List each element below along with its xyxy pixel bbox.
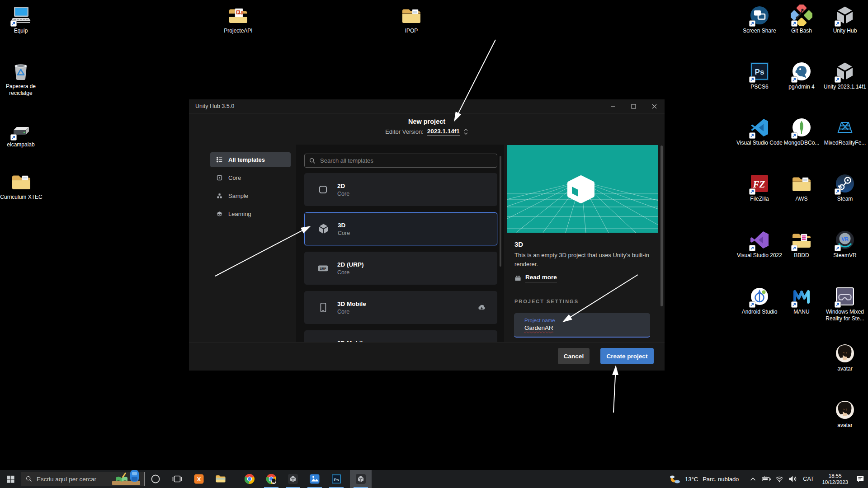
notification-center-icon[interactable] (853, 470, 868, 488)
taskbar-cortana[interactable] (145, 470, 166, 488)
template-search[interactable] (304, 154, 497, 168)
weather-icon[interactable] (667, 470, 682, 488)
desktop-icon-label: Equip (0, 28, 44, 34)
desktop-icon-bbdd[interactable]: BBDD (778, 229, 825, 259)
minimize-button[interactable] (602, 99, 623, 113)
desktop-icon-label: Curriculum XTEC (0, 194, 45, 201)
desktop-icon-unity-hub[interactable]: Unity Hub (821, 5, 868, 34)
desktop-icon-elcampalab[interactable]: elcampalab (0, 118, 44, 148)
annotation-arrow-create-project (613, 367, 616, 413)
desktop-icon-label: Android Studio (736, 309, 783, 315)
taskbar-chrome-profile[interactable] (260, 470, 282, 488)
taskbar-file-explorer[interactable] (210, 470, 231, 488)
desktop-icon-steamvr[interactable]: VRSteamVR (821, 229, 868, 259)
avatar-icon (834, 399, 856, 421)
sidebar-item-sample[interactable]: Sample (210, 188, 291, 203)
taskbar-photos[interactable] (304, 470, 326, 488)
unity-icon (834, 5, 856, 26)
shortcut-arrow-icon (749, 76, 755, 83)
desktop-icon-manu[interactable]: MANU (778, 286, 825, 315)
template-card-2d[interactable]: 2DCore (304, 173, 497, 206)
sidebar-item-all-templates[interactable]: All templates (210, 152, 291, 167)
desktop-icon-unity-2023-1-14f1[interactable]: Unity 2023.1.14f1 (821, 61, 868, 90)
editor-version-value[interactable]: 2023.1.14f1 (427, 128, 460, 136)
chrome-icon (244, 474, 255, 484)
window-titlebar[interactable]: Unity Hub 3.5.0 (189, 99, 665, 113)
unity-hub-window: Unity Hub 3.5.0 New project Editor Versi… (189, 99, 665, 371)
read-more-link[interactable]: Read more (514, 274, 557, 282)
list-icon (216, 156, 223, 163)
taskbar-chrome[interactable] (239, 470, 260, 488)
battery-icon[interactable] (760, 470, 773, 488)
minimize-icon (610, 104, 615, 109)
taskbar-unity-hub-taskbar[interactable] (282, 470, 304, 488)
taskbar-unity-hub-active[interactable] (350, 470, 372, 488)
search-input[interactable] (319, 157, 497, 164)
tray-chevron-up-icon[interactable] (746, 470, 760, 488)
maximize-button[interactable] (623, 99, 644, 113)
desktop-icon-mongodbco[interactable]: MongoDBCo... (778, 117, 825, 146)
desktop-icon-pgadmin-4[interactable]: pgAdmin 4 (778, 61, 825, 90)
desktop-icon-steam[interactable]: Steam (821, 173, 868, 202)
desktop-icon-visual-studio-2022[interactable]: Visual Studio 2022 (736, 229, 783, 259)
project-name-field[interactable]: Project name GardenAR (514, 313, 650, 338)
detail-scrollbar[interactable] (660, 145, 663, 306)
template-title: 3D (338, 222, 350, 229)
page-title: New project (189, 118, 665, 125)
desktop-icon-android-studio[interactable]: Android Studio (736, 286, 783, 315)
desktop-icon-projecteapi[interactable]: PProjecteAPI (215, 5, 262, 34)
create-project-button[interactable]: Create project (600, 348, 654, 364)
desktop-icon-paperera-de-reciclatge[interactable]: Paperera de reciclatge (0, 60, 44, 97)
desktop-icon-avatar-24[interactable]: avatar (821, 343, 868, 372)
close-button[interactable] (644, 99, 665, 113)
desktop-icon-windows-mixed-reality-for-ste[interactable]: Windows Mixed Reality for Ste... (821, 286, 868, 322)
wifi-icon[interactable] (773, 470, 786, 488)
desktop-icon-filezilla[interactable]: FZFileZilla (736, 173, 783, 202)
sidebar-item-learning[interactable]: Learning (210, 206, 291, 221)
desktop-icon-visual-studio-code[interactable]: Visual Studio Code (736, 117, 783, 146)
taskbar-search-box[interactable] (21, 472, 145, 486)
explorer-icon (215, 474, 226, 484)
template-card-2d-mobile[interactable]: 2D MobileCore (304, 330, 497, 343)
search-icon (309, 158, 316, 164)
sidebar-item-core[interactable]: Core (210, 170, 291, 185)
template-card-2d-urp[interactable]: SRP2D (URP)Core (304, 252, 497, 285)
desktop-icon-label: BBDD (778, 252, 825, 259)
desktop-icon-git-bash[interactable]: Git Bash (778, 5, 825, 34)
core-icon (216, 174, 223, 181)
desktop-icon-equip[interactable]: Equip (0, 5, 44, 34)
template-card-3d[interactable]: 3DCore (304, 212, 497, 245)
desktop-icon-screen-share[interactable]: Screen Share (736, 5, 783, 34)
tray-language[interactable]: CAT (803, 476, 814, 482)
version-selector-icon[interactable] (463, 128, 468, 135)
sample-icon (216, 192, 223, 199)
desktop-icon-curriculum-xtec[interactable]: Curriculum XTEC (0, 171, 45, 201)
tray-temperature[interactable]: 13°C (685, 476, 698, 483)
tray-clock[interactable]: 18:55 10/12/2023 (822, 473, 848, 485)
desktop-icon-pscs6[interactable]: PsPSCS6 (736, 61, 783, 90)
folder-docs-icon (791, 173, 812, 194)
start-button[interactable] (0, 470, 21, 488)
template-card-3d-mobile[interactable]: 3D MobileCore (304, 291, 497, 324)
taskbar-xampp[interactable]: X (188, 470, 210, 488)
tpl-3d-icon (317, 223, 330, 235)
cancel-button[interactable]: Cancel (558, 348, 590, 364)
svg-text:Ps: Ps (755, 68, 764, 76)
desktop-icon-avatar-25[interactable]: avatar (821, 399, 868, 429)
taskview-icon (172, 474, 183, 484)
shortcut-arrow-icon (835, 76, 841, 83)
desktop-icon-label: Paperera de reciclatge (0, 83, 44, 97)
desktop-icon-aws[interactable]: AWS (778, 173, 825, 202)
taskbar-task-view[interactable] (166, 470, 188, 488)
taskbar-photoshop[interactable]: Ps (326, 470, 347, 488)
desktop-icon-ipop[interactable]: IPOP (388, 5, 435, 34)
svg-text:P: P (237, 10, 239, 14)
volume-icon[interactable] (786, 470, 799, 488)
svg-text:VR: VR (841, 236, 848, 242)
learning-icon (216, 211, 223, 217)
tray-weather-condition[interactable]: Parc. nublado (703, 476, 739, 483)
list-scrollbar[interactable] (500, 156, 501, 267)
template-title: 2D (337, 183, 349, 189)
desktop-icon-mixedrealityfe[interactable]: MixedRealityFe... (821, 117, 868, 146)
desktop-icon-label: MANU (778, 309, 825, 315)
